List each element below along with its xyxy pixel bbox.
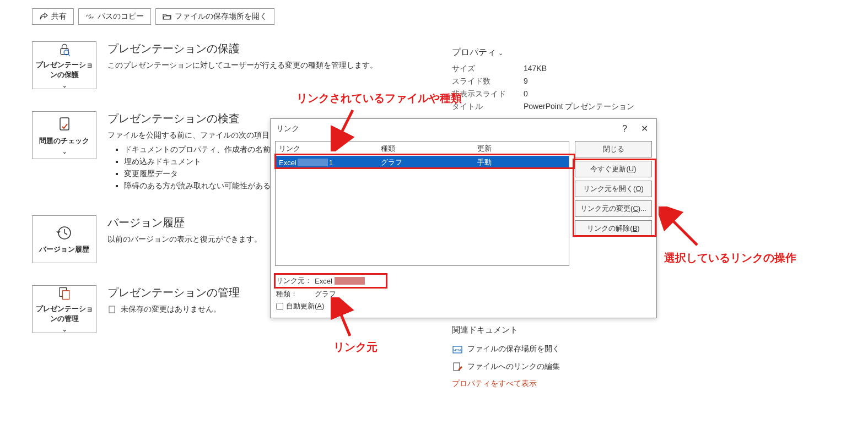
svg-line-11	[664, 212, 697, 245]
history-icon	[56, 224, 73, 242]
break-link-button[interactable]: リンクの解除(B)	[575, 220, 652, 237]
auto-update-checkbox[interactable]	[276, 303, 283, 310]
version-history-button[interactable]: バージョン履歴	[32, 215, 96, 263]
share-button[interactable]: 共有	[32, 8, 74, 25]
links-dialog: リンク ? ✕ リンク 種類 更新 Excel1 グラフ 手動 閉じる 今すぐ更…	[270, 118, 657, 318]
annotation-arrow	[659, 206, 703, 251]
show-all-properties-link[interactable]: プロパティをすべて表示	[452, 379, 560, 389]
manage-document-icon	[56, 286, 73, 301]
version-title: バージョン履歴	[107, 215, 262, 230]
link-icon	[85, 12, 94, 21]
html-folder-icon: HTML	[452, 344, 463, 355]
edit-file-links-link[interactable]: ファイルへのリンクの編集	[452, 361, 560, 372]
close-icon[interactable]: ✕	[638, 123, 651, 134]
related-docs-heading: 関連ドキュメント	[452, 325, 560, 335]
chevron-down-icon: ⌄	[62, 327, 67, 333]
inspect-list: ドキュメントのプロパティ、作成者の名前 埋め込みドキュメント 変更履歴データ 障…	[107, 145, 293, 191]
properties-heading[interactable]: プロパティ ⌄	[452, 47, 634, 58]
manage-title: プレゼンテーションの管理	[107, 285, 240, 300]
share-icon	[39, 12, 48, 21]
folder-open-icon	[163, 12, 171, 21]
open-file-location-link[interactable]: HTML ファイルの保存場所を開く	[452, 344, 560, 355]
version-desc: 以前のバージョンの表示と復元ができます。	[107, 235, 262, 244]
chevron-down-icon: ⌄	[498, 50, 503, 56]
copy-path-label: パスのコピー	[98, 12, 144, 21]
protect-desc: このプレゼンテーションに対してユーザーが行える変更の種類を管理します。	[107, 61, 378, 70]
manage-presentation-button[interactable]: プレゼンテーションの管理 ⌄	[32, 285, 96, 333]
open-location-button[interactable]: ファイルの保存場所を開く	[155, 8, 274, 25]
manage-desc: 未保存の変更はありません。	[121, 304, 221, 314]
help-button[interactable]: ?	[619, 124, 630, 134]
dialog-title: リンク	[276, 124, 299, 134]
chevron-down-icon: ⌄	[62, 83, 67, 89]
inspect-title: プレゼンテーションの検査	[107, 111, 293, 126]
protect-title: プレゼンテーションの保護	[107, 41, 378, 56]
redacted-text	[335, 277, 365, 285]
annotation-text: 選択しているリンクの操作	[664, 251, 796, 265]
check-document-icon	[56, 116, 73, 133]
protect-presentation-button[interactable]: プレゼンテーションの保護 ⌄	[32, 41, 96, 89]
svg-rect-6	[109, 306, 115, 313]
check-issues-button[interactable]: 問題のチェック ⌄	[32, 111, 96, 159]
chevron-down-icon: ⌄	[62, 149, 67, 155]
document-icon	[107, 305, 116, 314]
auto-update-label: 自動更新(A)	[286, 301, 324, 311]
share-label: 共有	[51, 12, 67, 21]
svg-text:HTML: HTML	[454, 349, 463, 352]
close-button[interactable]: 閉じる	[575, 141, 652, 157]
change-source-button[interactable]: リンク元の変更(C)...	[575, 200, 652, 217]
update-now-button[interactable]: 今すぐ更新(U)	[575, 161, 652, 177]
inspect-desc: ファイルを公開する前に、ファイルの次の項目を確認	[107, 130, 293, 140]
link-list-header: リンク 種類 更新	[276, 142, 569, 156]
redacted-text	[298, 159, 328, 166]
open-location-label: ファイルの保存場所を開く	[175, 12, 267, 21]
lock-icon	[56, 42, 73, 57]
link-list[interactable]: リンク 種類 更新 Excel1 グラフ 手動	[275, 141, 569, 266]
link-edit-icon	[452, 361, 463, 372]
svg-rect-5	[62, 291, 69, 300]
copy-path-button[interactable]: パスのコピー	[78, 8, 151, 25]
link-row[interactable]: Excel1 グラフ 手動	[276, 156, 569, 169]
open-source-button[interactable]: リンク元を開く(O)	[575, 181, 652, 197]
